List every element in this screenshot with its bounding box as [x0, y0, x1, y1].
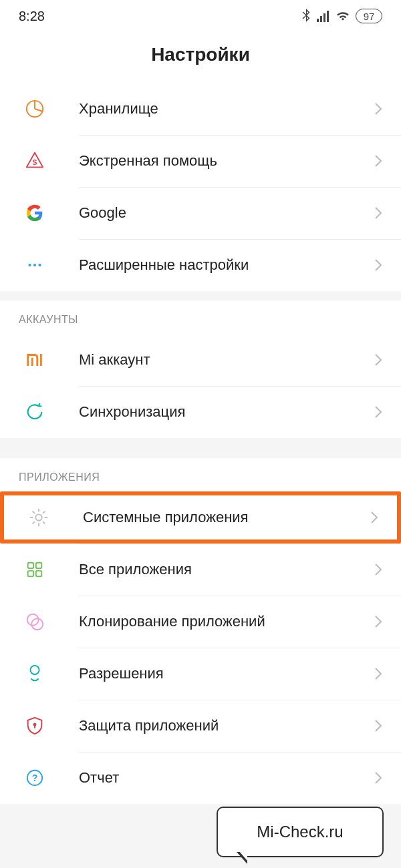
- svg-line-16: [33, 521, 35, 523]
- svg-rect-2: [323, 13, 325, 22]
- row-permissions[interactable]: Разрешения: [0, 648, 401, 700]
- chevron-right-icon: [374, 353, 382, 367]
- bluetooth-icon: [301, 9, 311, 23]
- svg-point-24: [30, 666, 39, 674]
- svg-rect-26: [34, 725, 35, 728]
- permissions-icon: [19, 658, 51, 690]
- row-sync[interactable]: Синхронизация: [0, 386, 401, 438]
- chevron-right-icon: [374, 615, 382, 628]
- chevron-right-icon: [374, 667, 382, 680]
- section-divider: [0, 291, 401, 300]
- chevron-right-icon: [374, 154, 382, 168]
- svg-rect-18: [28, 563, 33, 568]
- chevron-right-icon: [374, 771, 382, 785]
- row-app-protection[interactable]: Защита приложений: [0, 700, 401, 752]
- svg-rect-20: [28, 571, 33, 576]
- settings-group-apps: ПРИЛОЖЕНИЯ Системные приложения Все прил…: [0, 458, 401, 804]
- sync-icon: [19, 396, 51, 428]
- row-label: Отчет: [79, 769, 374, 787]
- row-sos[interactable]: S Экстренная помощь: [0, 135, 401, 187]
- row-label: Хранилище: [79, 100, 374, 118]
- chevron-right-icon: [374, 102, 382, 116]
- svg-rect-21: [36, 571, 41, 576]
- row-label: Системные приложения: [83, 509, 370, 526]
- svg-line-15: [43, 521, 45, 523]
- row-label: Расширенные настройки: [79, 256, 374, 274]
- svg-line-17: [43, 511, 45, 513]
- google-icon: [19, 197, 51, 229]
- chevron-right-icon: [374, 563, 382, 576]
- watermark-text: Mi-Check.ru: [257, 823, 343, 841]
- status-indicators: 97: [301, 9, 382, 23]
- apps-icon: [19, 554, 51, 586]
- status-time: 8:28: [19, 9, 45, 24]
- section-divider: [0, 449, 401, 458]
- svg-text:?: ?: [32, 773, 38, 783]
- row-label: Синхронизация: [79, 403, 374, 421]
- row-label: Клонирование приложений: [79, 613, 374, 630]
- page-header: Настройки: [0, 32, 401, 83]
- status-bar: 8:28 97: [0, 0, 401, 32]
- report-icon: ?: [19, 762, 51, 794]
- settings-group-accounts: АККАУНТЫ Mi аккаунт Синхронизация: [0, 300, 401, 438]
- row-storage[interactable]: Хранилище: [0, 83, 401, 135]
- row-label: Mi аккаунт: [79, 351, 374, 369]
- storage-icon: [19, 93, 51, 125]
- row-google[interactable]: Google: [0, 187, 401, 239]
- chevron-right-icon: [374, 719, 382, 732]
- svg-point-9: [35, 514, 41, 520]
- wifi-icon: [336, 10, 350, 22]
- chevron-right-icon: [370, 511, 378, 524]
- row-label: Разрешения: [79, 665, 374, 682]
- group-header-apps: ПРИЛОЖЕНИЯ: [0, 458, 401, 491]
- gear-icon: [23, 501, 55, 533]
- battery-indicator: 97: [356, 9, 382, 23]
- svg-line-14: [33, 511, 35, 513]
- watermark-tooltip: Mi-Check.ru: [217, 807, 384, 857]
- clone-icon: [19, 606, 51, 638]
- chevron-right-icon: [374, 206, 382, 220]
- chevron-right-icon: [374, 405, 382, 419]
- svg-point-6: [28, 264, 31, 266]
- row-system-apps[interactable]: Системные приложения: [0, 491, 401, 544]
- row-label: Google: [79, 204, 374, 222]
- row-label: Защита приложений: [79, 717, 374, 734]
- svg-rect-3: [327, 11, 329, 22]
- svg-text:S: S: [33, 159, 37, 166]
- chevron-right-icon: [374, 258, 382, 272]
- svg-rect-0: [317, 19, 319, 22]
- row-label: Экстренная помощь: [79, 152, 374, 170]
- row-all-apps[interactable]: Все приложения: [0, 544, 401, 596]
- signal-icon: [317, 10, 330, 22]
- row-report[interactable]: ? Отчет: [0, 752, 401, 804]
- row-advanced-settings[interactable]: Расширенные настройки: [0, 239, 401, 291]
- mi-icon: [19, 344, 51, 376]
- row-clone-apps[interactable]: Клонирование приложений: [0, 596, 401, 648]
- shield-icon: [19, 710, 51, 742]
- sos-icon: S: [19, 145, 51, 177]
- svg-rect-19: [36, 563, 41, 568]
- row-mi-account[interactable]: Mi аккаунт: [0, 334, 401, 386]
- page-title: Настройки: [0, 44, 401, 65]
- more-icon: [19, 249, 51, 281]
- svg-point-8: [38, 264, 41, 266]
- group-header-accounts: АККАУНТЫ: [0, 300, 401, 334]
- tooltip-tail-icon: [237, 852, 247, 864]
- svg-point-7: [33, 264, 36, 266]
- settings-group-system: Хранилище S Экстренная помощь Google: [0, 83, 401, 291]
- row-label: Все приложения: [79, 561, 374, 578]
- svg-rect-1: [320, 16, 322, 22]
